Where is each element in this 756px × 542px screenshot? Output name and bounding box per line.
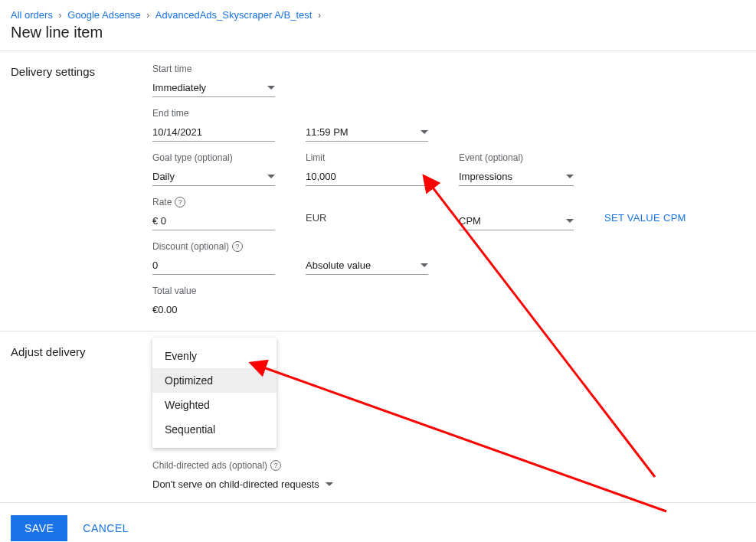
start-time-select[interactable]: Immediately xyxy=(152,79,275,97)
chevron-down-icon xyxy=(421,130,428,134)
delivery-option-evenly[interactable]: Evenly xyxy=(152,344,277,368)
pricing-value: CPM xyxy=(459,215,481,227)
delivery-option-optimized[interactable]: Optimized xyxy=(152,368,277,393)
event-select[interactable]: Impressions xyxy=(459,168,574,186)
chevron-down-icon xyxy=(421,263,428,267)
delivery-option-weighted[interactable]: Weighted xyxy=(152,393,277,417)
chevron-right-icon: › xyxy=(59,10,62,21)
chevron-down-icon xyxy=(566,219,574,223)
adjust-delivery-section: Adjust delivery Child-directed ads (opti… xyxy=(0,331,756,503)
chevron-down-icon xyxy=(326,482,333,486)
start-time-label: Start time xyxy=(152,64,275,74)
total-value-label: Total value xyxy=(152,286,275,296)
discount-label: Discount (optional) ? xyxy=(152,241,275,252)
end-time-value: 11:59 PM xyxy=(306,126,349,138)
pricing-select[interactable]: CPM xyxy=(459,212,574,230)
event-value: Impressions xyxy=(459,171,512,182)
chevron-down-icon xyxy=(566,175,574,178)
breadcrumb-link-order[interactable]: Google Adsense xyxy=(67,9,140,21)
rate-value: € 0 xyxy=(152,215,166,227)
delivery-type-dropdown: EvenlyOptimizedWeightedSequential xyxy=(152,338,277,448)
limit-value: 10,000 xyxy=(306,171,336,182)
chevron-right-icon: › xyxy=(318,10,321,21)
discount-value: 0 xyxy=(152,260,158,271)
rate-input[interactable]: € 0 xyxy=(152,212,275,230)
child-directed-value: Don't serve on child-directed requests xyxy=(152,478,319,490)
help-icon[interactable]: ? xyxy=(175,197,185,207)
goal-type-select[interactable]: Daily xyxy=(152,168,275,186)
goal-type-value: Daily xyxy=(152,171,175,182)
limit-label: Limit xyxy=(306,152,428,163)
end-date-value: 10/14/2021 xyxy=(152,126,202,138)
breadcrumb-link-line-item-group[interactable]: AdvancedAds_Skyscraper A/B_test xyxy=(155,9,313,21)
child-directed-label: Child-directed ads (optional) ? xyxy=(152,460,745,471)
limit-input[interactable]: 10,000 xyxy=(306,168,428,186)
help-icon[interactable]: ? xyxy=(232,241,243,252)
footer-actions: SAVE CANCEL xyxy=(0,503,756,542)
goal-type-label: Goal type (optional) xyxy=(152,152,275,163)
page-title: New line item xyxy=(0,22,756,51)
discount-type-value: Absolute value xyxy=(306,260,371,271)
start-time-value: Immediately xyxy=(152,82,206,93)
end-time-label: End time xyxy=(152,108,275,119)
chevron-down-icon xyxy=(267,86,275,90)
discount-type-select[interactable]: Absolute value xyxy=(306,256,428,275)
save-button[interactable]: SAVE xyxy=(11,515,67,541)
event-label: Event (optional) xyxy=(459,152,574,163)
breadcrumb-link-all-orders[interactable]: All orders xyxy=(11,9,53,21)
help-icon[interactable]: ? xyxy=(270,460,281,471)
chevron-down-icon xyxy=(267,175,275,178)
discount-input[interactable]: 0 xyxy=(152,256,275,275)
delivery-settings-section: Delivery settings Start time Immediately… xyxy=(0,51,756,331)
section-label-delivery: Delivery settings xyxy=(11,64,152,318)
set-value-cpm-button[interactable]: SET VALUE CPM xyxy=(604,197,686,230)
end-date-input[interactable]: 10/14/2021 xyxy=(152,123,275,142)
child-directed-select[interactable]: Don't serve on child-directed requests xyxy=(152,475,745,490)
currency-label: EUR xyxy=(306,197,428,224)
chevron-right-icon: › xyxy=(146,10,149,21)
total-value: €0.00 xyxy=(152,301,275,318)
end-time-select[interactable]: 11:59 PM xyxy=(306,123,428,142)
rate-label: Rate ? xyxy=(152,197,275,207)
delivery-option-sequential[interactable]: Sequential xyxy=(152,417,277,442)
section-label-adjust: Adjust delivery xyxy=(11,344,152,490)
breadcrumb: All orders › Google Adsense › AdvancedAd… xyxy=(0,0,756,22)
cancel-button[interactable]: CANCEL xyxy=(83,522,129,534)
